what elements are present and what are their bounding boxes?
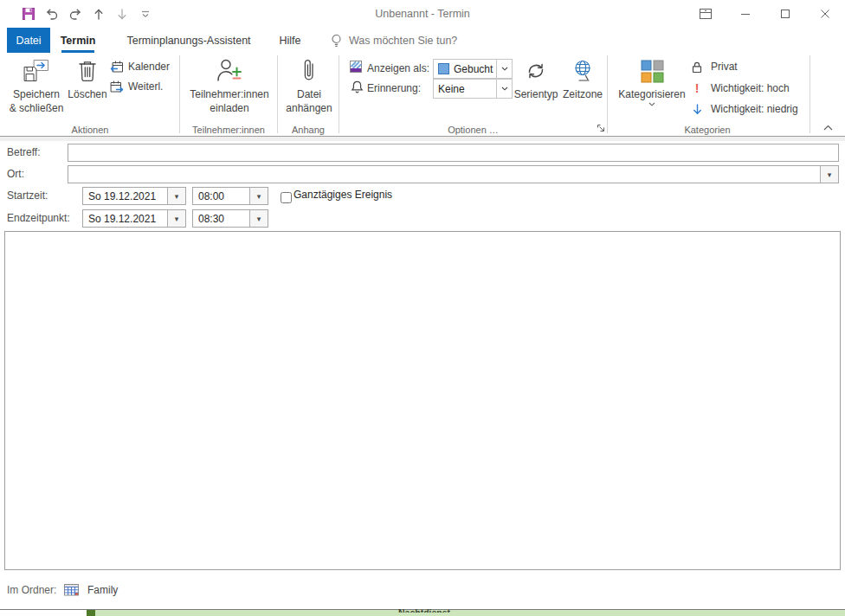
calendar-label: Kalender xyxy=(128,61,170,73)
close-button[interactable] xyxy=(805,0,845,28)
tab-termin[interactable]: Termin xyxy=(61,28,94,53)
end-date-value: So 19.12.2021 xyxy=(83,210,167,227)
start-date-dropdown-button[interactable]: ▾ xyxy=(167,188,185,204)
group-label-anhang: Anhang xyxy=(277,124,339,136)
location-input[interactable] xyxy=(68,166,820,183)
copy-to-calendar-button[interactable]: Kalender xyxy=(109,58,170,75)
end-date-picker[interactable]: So 19.12.2021 ▾ xyxy=(82,209,186,228)
minimize-button[interactable] xyxy=(726,0,765,28)
background-event-color-block xyxy=(87,610,95,616)
tab-hilfe[interactable]: Hilfe xyxy=(277,28,303,53)
timezone-label: Zeitzone xyxy=(561,88,604,100)
calendar-back-icon xyxy=(109,60,125,74)
dialog-launcher-icon xyxy=(596,123,606,133)
lightbulb-icon xyxy=(330,33,343,48)
location-label: Ort: xyxy=(7,165,24,183)
attach-label-1: Datei xyxy=(281,88,338,100)
all-day-checkbox[interactable] xyxy=(281,192,292,203)
notes-area[interactable] xyxy=(4,231,841,570)
forward-button[interactable]: Weiterl. xyxy=(109,78,163,95)
show-as-combo[interactable]: Gebucht xyxy=(433,59,513,79)
minimize-icon xyxy=(740,9,751,19)
show-as-value: Gebucht xyxy=(454,63,493,75)
start-time-picker[interactable]: 08:00 ▾ xyxy=(192,187,268,205)
tab-terminplanungs-assistent[interactable]: Terminplanungs-Assistent xyxy=(124,28,254,53)
end-time-value: 08:30 xyxy=(193,210,249,227)
end-date-dropdown-button[interactable]: ▾ xyxy=(167,210,185,227)
start-time-value: 08:00 xyxy=(193,188,249,204)
ribbon: Speichern & schließen Löschen xyxy=(0,53,845,137)
all-day-label: Ganztägiges Ereignis xyxy=(293,188,392,202)
invite-label-1: Teilnehmer:innen xyxy=(184,88,274,100)
title-bar: Unbenannt - Termin xyxy=(0,0,845,29)
group-label-optionen: Optionen … xyxy=(339,124,607,136)
folder-name: Family xyxy=(87,584,118,596)
window-controls xyxy=(686,0,845,28)
show-as-label: Anzeigen als: xyxy=(367,59,429,78)
ribbon-bottom-band xyxy=(0,137,845,141)
forward-label: Weiterl. xyxy=(128,80,163,93)
dialog-launcher-button[interactable] xyxy=(596,123,606,133)
invite-attendees-button[interactable]: Teilnehmer:innen einladen xyxy=(184,55,274,114)
tell-me-search[interactable]: Was möchten Sie tun? xyxy=(330,28,457,53)
reminder-icon xyxy=(351,80,364,94)
group-divider xyxy=(179,55,180,133)
save-and-close-button[interactable]: Speichern & schließen xyxy=(5,55,68,114)
group-label-aktionen: Aktionen xyxy=(0,124,180,136)
end-time-picker[interactable]: 08:30 ▾ xyxy=(192,209,268,228)
close-icon xyxy=(820,9,830,19)
reminder-value: Keine xyxy=(438,83,465,95)
categorize-label: Kategorisieren xyxy=(616,88,688,100)
delete-label: Löschen xyxy=(68,88,107,100)
start-time-dropdown-button[interactable]: ▾ xyxy=(249,188,268,204)
show-as-icon xyxy=(350,61,362,73)
reminder-dropdown-button[interactable] xyxy=(496,80,512,98)
lock-icon xyxy=(690,61,704,74)
group-divider xyxy=(810,55,810,133)
group-divider xyxy=(339,55,339,133)
chevron-down-icon xyxy=(616,102,688,106)
low-importance-label: Wichtigkeit: niedrig xyxy=(711,103,798,115)
categorize-button[interactable]: Kategorisieren xyxy=(616,55,688,106)
end-time-dropdown-button[interactable]: ▾ xyxy=(249,210,268,227)
subject-input[interactable] xyxy=(68,144,839,162)
group-divider xyxy=(607,55,608,133)
ribbon-display-options-button[interactable] xyxy=(686,0,726,28)
high-importance-button[interactable]: ! Wichtigkeit: hoch xyxy=(690,80,790,97)
ribbon-display-options-icon xyxy=(698,6,713,22)
maximize-icon xyxy=(780,9,790,19)
end-time-label: Endzeitpunkt: xyxy=(7,209,70,228)
appointment-window: Unbenannt - Termin xyxy=(0,0,845,616)
maximize-button[interactable] xyxy=(765,0,805,28)
group-divider xyxy=(277,55,278,133)
low-importance-button[interactable]: Wichtigkeit: niedrig xyxy=(690,100,798,118)
invite-attendees-icon xyxy=(184,55,274,87)
recurrence-label: Serientyp xyxy=(513,88,559,100)
delete-icon xyxy=(68,55,107,87)
show-as-dropdown-button[interactable] xyxy=(496,60,512,78)
location-combo: ▾ xyxy=(68,165,839,183)
ribbon-tab-row: Datei Termin Terminplanungs-Assistent Hi… xyxy=(0,28,845,53)
timezone-button[interactable]: Zeitzone xyxy=(561,55,604,100)
low-importance-icon xyxy=(690,103,704,116)
location-dropdown-button[interactable]: ▾ xyxy=(820,166,838,183)
collapse-ribbon-button[interactable] xyxy=(822,124,834,132)
private-button[interactable]: Privat xyxy=(690,58,738,75)
invite-label-2: einladen xyxy=(184,102,274,114)
delete-button[interactable]: Löschen xyxy=(68,55,107,100)
attach-file-button[interactable]: Datei anhängen xyxy=(281,55,338,114)
group-label-kategorien: Kategorien xyxy=(607,124,808,136)
reminder-combo[interactable]: Keine xyxy=(433,79,513,99)
group-label-teilnehmer: Teilnehmer:innen xyxy=(180,124,277,136)
save-and-close-icon xyxy=(5,55,68,87)
in-folder-label: Im Ordner: xyxy=(7,584,56,596)
recurrence-button[interactable]: Serientyp xyxy=(513,55,559,100)
busy-status-swatch xyxy=(438,63,449,74)
start-date-picker[interactable]: So 19.12.2021 ▾ xyxy=(82,187,186,205)
high-importance-label: Wichtigkeit: hoch xyxy=(711,82,790,94)
attach-label-2: anhängen xyxy=(281,102,338,114)
tab-datei[interactable]: Datei xyxy=(7,28,50,53)
reminder-label: Erinnerung: xyxy=(367,79,421,98)
folder-calendar-icon xyxy=(64,583,79,596)
collapse-ribbon-icon xyxy=(822,124,834,132)
